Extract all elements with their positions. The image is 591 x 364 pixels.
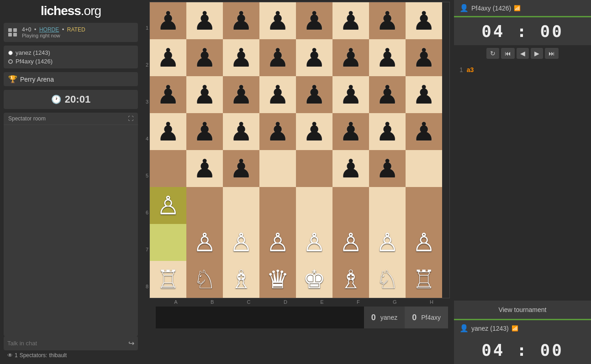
sq-b1[interactable]: ♘ xyxy=(186,261,223,298)
sq-f2[interactable]: ♙ xyxy=(332,224,369,261)
sq-f6[interactable]: ♟ xyxy=(332,76,369,113)
piece-h8: ♟ xyxy=(412,8,435,34)
sq-a3[interactable]: ♙ xyxy=(150,187,186,224)
sq-b2[interactable]: ♙ xyxy=(186,224,223,261)
sq-f7[interactable]: ♟ xyxy=(332,39,369,76)
sq-b7[interactable]: ♟ xyxy=(186,39,223,76)
sq-e5[interactable]: ♟ xyxy=(296,113,332,150)
next-button[interactable]: ▶ xyxy=(531,48,543,59)
sq-c8[interactable]: ♟ xyxy=(223,2,259,39)
sq-f3[interactable] xyxy=(332,187,369,224)
sq-e4[interactable] xyxy=(296,150,332,187)
sq-c3[interactable] xyxy=(223,187,259,224)
sq-a8[interactable]: ♟ xyxy=(150,2,186,39)
sq-d3[interactable] xyxy=(259,187,296,224)
sq-e1[interactable]: ♚ xyxy=(296,261,332,298)
piece-e7: ♟ xyxy=(303,45,326,71)
chat-input[interactable] xyxy=(7,340,127,347)
sq-c2[interactable]: ♙ xyxy=(223,224,259,261)
rank-7: 7 xyxy=(146,231,148,268)
bottom-signal-icon: 📶 xyxy=(512,325,518,332)
sq-b5[interactable]: ♟ xyxy=(186,113,223,150)
move-1-white[interactable]: a3 xyxy=(467,66,474,73)
sq-c5[interactable]: ♟ xyxy=(223,113,259,150)
sq-g3[interactable] xyxy=(369,187,406,224)
sq-g2[interactable]: ♙ xyxy=(369,224,406,261)
piece-c5: ♟ xyxy=(230,119,253,145)
expand-icon[interactable]: ⛶ xyxy=(128,115,133,122)
prev-button[interactable]: ◀ xyxy=(517,48,529,59)
sq-g1[interactable]: ♘ xyxy=(369,261,406,298)
sq-h3[interactable] xyxy=(406,187,442,224)
game-mode[interactable]: HORDE xyxy=(39,26,59,33)
sq-g8[interactable]: ♟ xyxy=(369,2,406,39)
send-icon[interactable]: ↪ xyxy=(128,339,134,348)
sq-c6[interactable]: ♟ xyxy=(223,76,259,113)
piece-g4: ♟ xyxy=(376,156,399,182)
sq-g5[interactable]: ♟ xyxy=(369,113,406,150)
sq-c1[interactable]: ♗ xyxy=(223,261,259,298)
sq-a2[interactable] xyxy=(150,224,186,261)
logo[interactable]: lichess.org xyxy=(4,4,138,18)
rank-2: 2 xyxy=(146,46,148,83)
sq-d8[interactable]: ♟ xyxy=(259,2,296,39)
top-player-bar[interactable]: 👤 Pf4axy (1426) 📶 xyxy=(454,0,591,17)
sq-h1[interactable]: ♖ xyxy=(406,261,442,298)
piece-f8: ♟ xyxy=(339,8,362,34)
sq-a7[interactable]: ♟ xyxy=(150,39,186,76)
sq-h8[interactable]: ♟ xyxy=(406,2,442,39)
piece-f6: ♟ xyxy=(339,82,362,108)
sq-f4[interactable]: ♟ xyxy=(332,150,369,187)
view-tournament-button[interactable]: View tournament xyxy=(454,301,591,319)
sq-g6[interactable]: ♟ xyxy=(369,76,406,113)
sq-g4[interactable]: ♟ xyxy=(369,150,406,187)
sq-e7[interactable]: ♟ xyxy=(296,39,332,76)
score-bar-area: 0 yanez 0 Pf4axy xyxy=(156,307,448,328)
flip-button[interactable]: ↻ xyxy=(486,48,499,59)
chess-board[interactable]: ♟ ♟ ♟ ♟ ♟ ♟ ♟ ♟ ♟ ♟ ♟ ♟ ♟ ♟ ♟ ♟ xyxy=(149,2,450,298)
chat-input-row[interactable]: ↪ xyxy=(4,336,138,350)
sq-f8[interactable]: ♟ xyxy=(332,2,369,39)
sq-c4[interactable]: ♟ xyxy=(223,150,259,187)
sq-d6[interactable]: ♟ xyxy=(259,76,296,113)
rank-labels: 8 7 6 5 4 3 2 1 xyxy=(146,9,149,305)
piece-d2: ♙ xyxy=(266,230,289,255)
sq-f1[interactable]: ♗ xyxy=(332,261,369,298)
sq-b8[interactable]: ♟ xyxy=(186,2,223,39)
sq-h7[interactable]: ♟ xyxy=(406,39,442,76)
sq-b6[interactable]: ♟ xyxy=(186,76,223,113)
sq-d7[interactable]: ♟ xyxy=(259,39,296,76)
sq-d1[interactable]: ♛ xyxy=(259,261,296,298)
end-button[interactable]: ⏭ xyxy=(545,48,559,59)
sq-d2[interactable]: ♙ xyxy=(259,224,296,261)
sq-e8[interactable]: ♟ xyxy=(296,2,332,39)
sq-a5[interactable]: ♟ xyxy=(150,113,186,150)
logo-domain: .org xyxy=(81,4,101,18)
sq-e2[interactable]: ♙ xyxy=(296,224,332,261)
sq-f5[interactable]: ♟ xyxy=(332,113,369,150)
tournament-section[interactable]: 🏆 Perry Arena xyxy=(4,72,138,86)
sq-h6[interactable]: ♟ xyxy=(406,76,442,113)
sq-e3[interactable] xyxy=(296,187,332,224)
rank-6: 6 xyxy=(146,194,148,231)
sq-a6[interactable]: ♟ xyxy=(150,76,186,113)
sq-g7[interactable]: ♟ xyxy=(369,39,406,76)
sq-d4[interactable] xyxy=(259,150,296,187)
sq-c7[interactable]: ♟ xyxy=(223,39,259,76)
sq-e6[interactable]: ♟ xyxy=(296,76,332,113)
player-row-black[interactable]: Pf4axy (1426) xyxy=(8,57,133,66)
sq-b3[interactable] xyxy=(186,187,223,224)
sq-a1[interactable]: ♖ xyxy=(150,261,186,298)
bottom-player-bar[interactable]: 👤 yanez (1243) 📶 xyxy=(454,319,591,336)
piece-g6: ♟ xyxy=(376,82,399,108)
sq-h5[interactable]: ♟ xyxy=(406,113,442,150)
sq-b4[interactable]: ♟ xyxy=(186,150,223,187)
game-timer-section: 🕐 20:01 xyxy=(4,90,138,109)
start-button[interactable]: ⏮ xyxy=(501,48,515,59)
sq-h4[interactable] xyxy=(406,150,442,187)
sq-h2[interactable]: ♙ xyxy=(406,224,442,261)
game-timer: 20:01 xyxy=(65,94,90,105)
sq-a4[interactable] xyxy=(150,150,186,187)
player-row-white[interactable]: yanez (1243) xyxy=(8,48,133,57)
sq-d5[interactable]: ♟ xyxy=(259,113,296,150)
